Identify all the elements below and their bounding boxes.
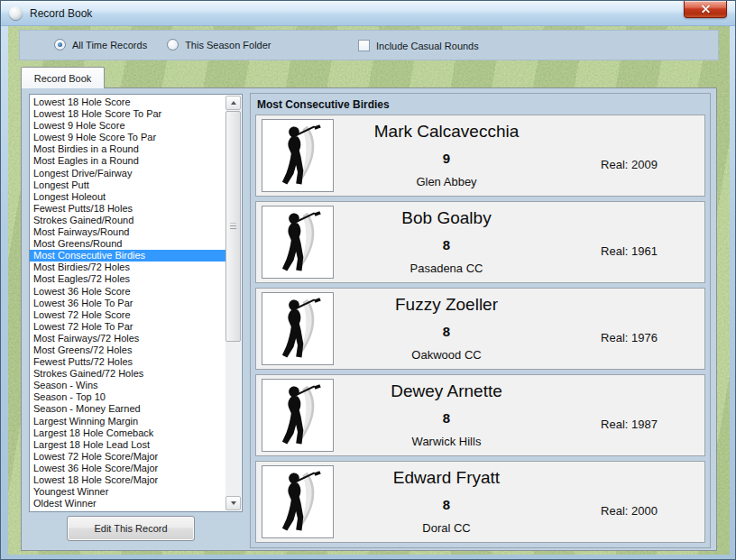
golfer-silhouette-icon <box>270 124 326 188</box>
record-card: Mark Calcavecchia 9 Glen Abbey Real: 200… <box>255 115 705 197</box>
list-item[interactable]: Season - Money Earned <box>30 403 225 415</box>
list-item[interactable]: Most Birdies/72 Holes <box>30 262 225 273</box>
list-item[interactable]: Most Fairways/72 Holes <box>30 333 225 344</box>
record-details: Bob Goalby 8 Pasadena CC <box>346 202 547 282</box>
edit-button-label: Edit This Record <box>94 523 167 534</box>
golfer-image-box <box>262 292 334 365</box>
list-item[interactable]: Season - Top 10 <box>30 391 225 403</box>
list-item[interactable]: Most Birdies in a Round <box>30 143 225 155</box>
record-card: Fuzzy Zoeller 8 Oakwood CC Real: 1976 <box>255 288 705 370</box>
scroll-down-button[interactable] <box>225 496 241 510</box>
record-holder-name: Edward Fryatt <box>393 468 500 488</box>
record-details: Edward Fryatt 8 Doral CC <box>346 462 547 542</box>
record-card: Bob Goalby 8 Pasadena CC Real: 1961 <box>255 201 705 283</box>
list-item[interactable]: Fewest Putts/18 Holes <box>30 203 225 215</box>
panel-title: Most Consecutive Birdies <box>257 98 705 111</box>
record-value: 8 <box>443 324 450 339</box>
record-course: Warwick Hills <box>412 435 482 448</box>
record-real-year: Real: 2009 <box>601 158 658 171</box>
record-details: Fuzzy Zoeller 8 Oakwood CC <box>346 289 547 369</box>
radio-this-season-folder[interactable]: This Season Folder <box>167 39 271 50</box>
arrow-down-icon <box>231 501 236 505</box>
scroll-thumb[interactable] <box>225 111 241 342</box>
radio-this-season-label: This Season Folder <box>185 40 271 50</box>
list-item[interactable]: Lowest 36 Hole Score/Major <box>30 463 225 474</box>
golfer-silhouette-icon <box>270 297 326 362</box>
record-book-window: Record Book <box>0 0 736 560</box>
record-value: 8 <box>443 410 450 426</box>
list-item[interactable]: Youngest Winner <box>30 486 225 498</box>
list-item[interactable]: Lowest 9 Hole Score <box>30 120 225 132</box>
list-item[interactable]: Season - Wins <box>30 380 225 391</box>
record-value: 8 <box>443 497 450 512</box>
filter-bar: All Time Records This Season Folder Incl… <box>19 30 719 60</box>
record-category-list[interactable]: Lowest 18 Hole Score Lowest 18 Hole Scor… <box>29 94 243 512</box>
golfer-image-box <box>262 379 334 452</box>
list-item[interactable]: Most Eagles/72 Holes <box>30 273 225 285</box>
list-item[interactable]: Longest Putt <box>30 179 225 191</box>
list-item[interactable]: Strokes Gained/Round <box>30 215 225 226</box>
list-item[interactable]: Lowest 9 Hole Score To Par <box>30 132 225 143</box>
record-course: Doral CC <box>422 521 470 535</box>
radio-icon <box>167 39 179 50</box>
list-item[interactable]: Lowest 18 Hole Score To Par <box>30 108 225 120</box>
list-item[interactable]: Largest 18 Hole Comeback <box>30 427 225 439</box>
record-cards: Mark Calcavecchia 9 Glen Abbey Real: 200… <box>255 115 705 543</box>
record-card: Edward Fryatt 8 Doral CC Real: 2000 <box>255 461 705 543</box>
list-item[interactable]: Oldest Winner <box>30 498 225 510</box>
tab-label: Record Book <box>34 73 92 84</box>
record-category-items: Lowest 18 Hole Score Lowest 18 Hole Scor… <box>30 96 225 510</box>
checkbox-include-casual-rounds[interactable]: Include Casual Rounds <box>358 40 479 51</box>
checkbox-label: Include Casual Rounds <box>376 41 479 51</box>
list-item[interactable]: Lowest 18 Hole Score/Major <box>30 474 225 486</box>
arrow-up-icon <box>231 101 236 105</box>
record-card: Dewey Arnette 8 Warwick Hills Real: 1987 <box>255 374 705 456</box>
list-item[interactable]: Largest Winning Margin <box>30 416 225 427</box>
radio-all-time-records[interactable]: All Time Records <box>54 39 147 50</box>
list-item[interactable]: Lowest 36 Hole Score <box>30 286 225 298</box>
record-holder-name: Mark Calcavecchia <box>374 122 520 142</box>
record-holder-name: Fuzzy Zoeller <box>395 295 498 315</box>
list-item[interactable]: Most Greens/72 Holes <box>30 344 225 356</box>
list-item[interactable]: Strokes Gained/72 Holes <box>30 368 225 380</box>
list-scrollbar[interactable] <box>225 96 241 510</box>
edit-this-record-button[interactable]: Edit This Record <box>67 516 195 541</box>
record-course: Oakwood CC <box>411 348 481 362</box>
list-item[interactable]: Lowest 72 Hole Score/Major <box>30 451 225 463</box>
list-item[interactable]: Longest Drive/Fairway <box>30 168 225 179</box>
record-details: Dewey Arnette 8 Warwick Hills <box>346 375 547 455</box>
record-real-year: Real: 1961 <box>601 244 658 258</box>
list-item[interactable]: Longest Holeout <box>30 191 225 203</box>
list-item[interactable]: Largest 18 Hole Lead Lost <box>30 439 225 451</box>
record-course: Glen Abbey <box>416 175 476 188</box>
record-details: Mark Calcavecchia 9 Glen Abbey <box>346 115 547 196</box>
record-course: Pasadena CC <box>410 262 483 275</box>
list-item[interactable]: Fewest Putts/72 Holes <box>30 356 225 368</box>
list-item[interactable]: Lowest 36 Hole To Par <box>30 298 225 309</box>
record-holder-name: Dewey Arnette <box>391 381 502 401</box>
golfer-silhouette-icon <box>270 383 326 448</box>
title-bar: Record Book <box>1 1 735 26</box>
record-real-year: Real: 1976 <box>601 331 658 344</box>
list-item[interactable]: Most Eagles in a Round <box>30 155 225 167</box>
close-button[interactable] <box>684 1 727 18</box>
window-title: Record Book <box>30 7 92 20</box>
record-book-tab-page: Lowest 18 Hole Score Lowest 18 Hole Scor… <box>21 87 717 551</box>
list-item[interactable]: Lowest 72 Hole Score <box>30 309 225 321</box>
list-item[interactable]: Lowest 18 Hole Score <box>30 96 225 108</box>
close-icon <box>702 5 710 14</box>
list-item[interactable]: Lowest 72 Hole To Par <box>30 321 225 333</box>
record-value: 9 <box>443 151 450 166</box>
golf-ball-icon <box>9 6 23 20</box>
radio-icon <box>54 39 66 50</box>
list-item[interactable]: Most Consecutive Birdies <box>30 250 225 262</box>
golfer-image-box <box>262 119 334 192</box>
golfer-silhouette-icon <box>270 210 326 275</box>
golfer-image-box <box>262 206 334 279</box>
list-item[interactable]: Most Greens/Round <box>30 238 225 250</box>
list-item[interactable]: Most Fairways/Round <box>30 226 225 238</box>
scroll-up-button[interactable] <box>225 96 241 110</box>
checkbox-icon <box>358 40 370 51</box>
tab-record-book[interactable]: Record Book <box>21 67 105 88</box>
records-panel: Most Consecutive Birdies <box>250 93 711 548</box>
